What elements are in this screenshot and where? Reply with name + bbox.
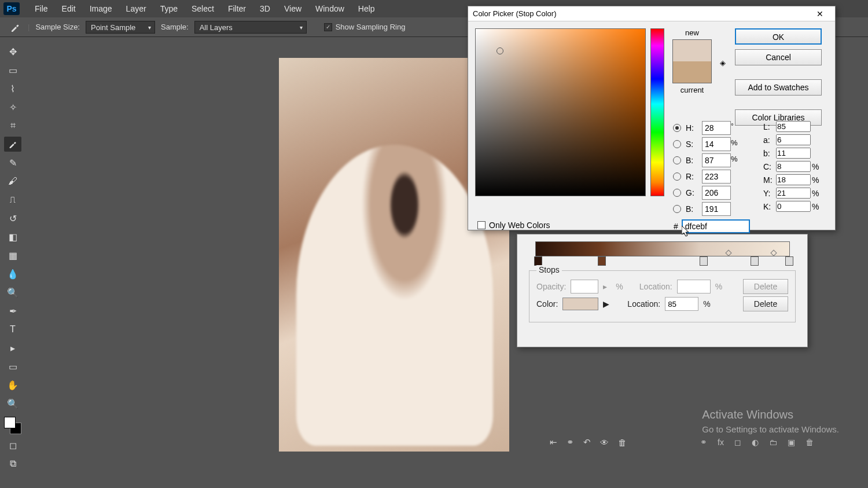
spot-heal-tool-icon[interactable]: ✎	[4, 155, 21, 170]
radio-s[interactable]	[673, 140, 681, 148]
shape-tool-icon[interactable]: ▭	[4, 359, 21, 374]
align-icon[interactable]: ⇤	[550, 437, 557, 447]
menu-file[interactable]: File	[28, 4, 55, 13]
screenmode-icon[interactable]: ⧉	[4, 456, 21, 471]
menu-view[interactable]: View	[277, 4, 308, 13]
field-blue[interactable]	[702, 202, 731, 216]
only-web-colors-label: Only Web Colors	[489, 221, 550, 230]
radio-r[interactable]	[673, 173, 681, 181]
radio-h[interactable]	[673, 124, 681, 132]
color-delete-button[interactable]: Delete	[743, 296, 788, 311]
field-y[interactable]	[776, 188, 811, 199]
brush-tool-icon[interactable]: 🖌	[4, 174, 21, 189]
color-location-field[interactable]	[665, 297, 698, 311]
dodge-tool-icon[interactable]: 🔍	[4, 285, 21, 300]
gradient-stops-row[interactable]	[535, 256, 790, 268]
link-icon[interactable]: ⚭	[567, 437, 574, 447]
color-stop-swatch[interactable]	[562, 298, 598, 310]
field-l[interactable]	[776, 121, 811, 132]
link-layers-icon[interactable]: ⚭	[700, 438, 707, 447]
adjustment-icon[interactable]: ◐	[752, 438, 759, 447]
gradient-stop[interactable]	[785, 256, 793, 266]
hand-tool-icon[interactable]: ✋	[4, 377, 21, 392]
gradient-stop[interactable]	[751, 256, 759, 266]
field-h[interactable]	[702, 121, 731, 135]
gradient-preview-bar[interactable]	[535, 241, 790, 256]
menu-help[interactable]: Help	[351, 4, 382, 13]
color-marker[interactable]	[496, 47, 503, 54]
quickmask-icon[interactable]: ◻	[4, 438, 21, 453]
only-web-colors-checkbox[interactable]	[477, 221, 486, 229]
hsb-rgb-fields: H: S: B: R: G: B:	[673, 121, 733, 216]
gradient-stop[interactable]	[598, 256, 606, 266]
type-tool-icon[interactable]: T	[4, 322, 21, 337]
menu-3d[interactable]: 3D	[253, 4, 277, 13]
field-m[interactable]	[776, 174, 811, 185]
radio-g[interactable]	[673, 189, 681, 197]
move-tool-icon[interactable]: ✥	[4, 44, 21, 59]
menu-filter[interactable]: Filter	[221, 4, 253, 13]
mask-icon[interactable]: ◻	[734, 438, 741, 447]
radio-bb[interactable]	[673, 205, 681, 213]
opacity-delete-button: Delete	[743, 279, 788, 294]
cancel-button[interactable]: Cancel	[735, 49, 822, 65]
hue-slider[interactable]	[650, 28, 664, 196]
show-sampling-ring-checkbox[interactable]: ✓	[324, 23, 332, 31]
gamut-warning-icon[interactable]: ◈	[720, 58, 729, 67]
visibility-icon[interactable]: 👁	[600, 438, 609, 447]
dialog-title: Color Picker (Stop Color)	[473, 9, 557, 18]
menu-layer[interactable]: Layer	[119, 4, 153, 13]
gradient-tool-icon[interactable]: ▦	[4, 248, 21, 263]
eraser-tool-icon[interactable]: ◧	[4, 229, 21, 244]
stops-legend: Stops	[536, 265, 562, 274]
magic-wand-tool-icon[interactable]: ✧	[4, 100, 21, 115]
marquee-tool-icon[interactable]: ▭	[4, 63, 21, 78]
lasso-tool-icon[interactable]: ⌇	[4, 81, 21, 96]
menu-select[interactable]: Select	[185, 4, 221, 13]
menu-type[interactable]: Type	[153, 4, 185, 13]
new-layer-icon[interactable]: ▣	[788, 438, 795, 447]
gradient-stop[interactable]	[534, 256, 542, 266]
menu-image[interactable]: Image	[83, 4, 119, 13]
blur-tool-icon[interactable]: 💧	[4, 266, 21, 281]
stamp-tool-icon[interactable]: ⎍	[4, 192, 21, 207]
add-to-swatches-button[interactable]: Add to Swatches	[735, 79, 822, 96]
new-color-label: new	[685, 28, 699, 37]
field-b[interactable]	[702, 153, 731, 167]
menu-window[interactable]: Window	[308, 4, 351, 13]
color-stop-play-icon[interactable]: ▶	[603, 299, 611, 309]
color-swatches[interactable]	[4, 417, 21, 434]
dialog-titlebar[interactable]: Color Picker (Stop Color) ✕	[468, 6, 835, 21]
hex-field[interactable]	[682, 219, 750, 233]
gradient-stop[interactable]	[700, 256, 708, 266]
zoom-tool-icon[interactable]: 🔍	[4, 396, 21, 411]
field-g[interactable]	[702, 186, 731, 200]
sample-layers-dropdown[interactable]: All Layers	[194, 21, 307, 34]
close-icon[interactable]: ✕	[810, 9, 830, 19]
field-s[interactable]	[702, 137, 731, 151]
menu-edit[interactable]: Edit	[55, 4, 83, 13]
field-lab-b[interactable]	[776, 148, 811, 159]
group-icon[interactable]: 🗀	[769, 438, 777, 447]
radio-b[interactable]	[673, 156, 681, 164]
crop-tool-icon[interactable]: ⌗	[4, 118, 21, 133]
fx-icon[interactable]: fx	[718, 438, 724, 447]
sat-val-plane[interactable]	[475, 28, 646, 196]
lab-cmyk-fields: L: a: b: C:% M:% Y:% K:%	[752, 121, 820, 212]
history-brush-tool-icon[interactable]: ↺	[4, 211, 21, 226]
sample-size-dropdown[interactable]: Point Sample	[86, 21, 155, 34]
path-select-tool-icon[interactable]: ▸	[4, 340, 21, 355]
stops-group: Stops Opacity: ▸ % Location: % Delete Co…	[529, 270, 796, 322]
field-k[interactable]	[776, 201, 811, 212]
foreground-color-swatch[interactable]	[4, 417, 16, 428]
field-a[interactable]	[776, 134, 811, 145]
ok-button[interactable]: OK	[735, 28, 822, 45]
eyedropper-tool-icon[interactable]	[8, 20, 22, 34]
pen-tool-icon[interactable]: ✒	[4, 303, 21, 318]
field-c[interactable]	[776, 161, 811, 172]
eyedropper-tool-icon[interactable]	[4, 137, 21, 152]
field-r[interactable]	[702, 170, 731, 184]
trash-icon[interactable]: 🗑	[618, 438, 627, 447]
undo-icon[interactable]: ↶	[583, 437, 591, 447]
delete-layer-icon[interactable]: 🗑	[806, 438, 814, 447]
